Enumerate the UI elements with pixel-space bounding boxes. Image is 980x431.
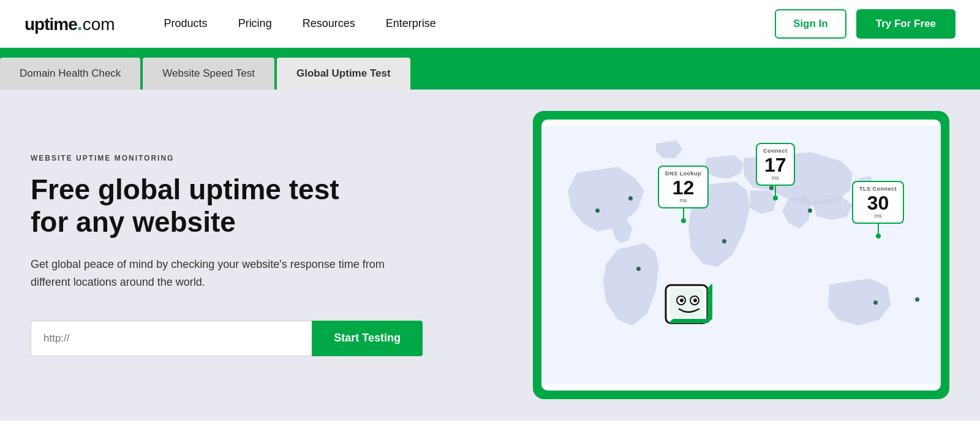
map-dot-1 — [595, 208, 600, 213]
right-panel: DNS Lookup 12 ms Connect 17 ms TLS Conne… — [502, 90, 980, 421]
main-heading: Free global uptime test for any website — [31, 174, 472, 238]
nav-resources[interactable]: Resources — [290, 12, 368, 35]
illustration-inner: DNS Lookup 12 ms Connect 17 ms TLS Conne… — [541, 120, 941, 391]
tls-unit: ms — [875, 213, 882, 219]
main-description: Get global peace of mind by checking you… — [31, 256, 386, 291]
section-label: WEBSITE UPTIME MONITORING — [31, 154, 472, 162]
connect-label: Connect — [763, 148, 788, 154]
map-dot-south-america — [636, 267, 641, 271]
dns-label: DNS Lookup — [665, 170, 701, 177]
connect-unit: ms — [772, 175, 779, 181]
input-row: Start Testing — [31, 321, 423, 356]
tls-value: 30 — [867, 193, 889, 213]
svg-point-6 — [693, 299, 697, 302]
metric-card-tls: TLS Connect 30 ms — [852, 181, 904, 224]
map-dot-europe — [769, 186, 774, 190]
tab-uptime-test[interactable]: Global Uptime Test — [277, 58, 410, 90]
world-map-svg — [541, 120, 941, 391]
start-testing-button[interactable]: Start Testing — [312, 321, 423, 356]
connect-value: 17 — [764, 155, 786, 175]
tls-label: TLS Connect — [859, 186, 897, 192]
map-dot-2 — [628, 196, 633, 200]
illustration-outer: DNS Lookup 12 ms Connect 17 ms TLS Conne… — [533, 111, 949, 399]
signin-button[interactable]: Sign In — [775, 9, 846, 39]
logo-dot: . — [77, 12, 83, 35]
nav-enterprise[interactable]: Enterprise — [374, 12, 448, 35]
url-input[interactable] — [31, 321, 312, 356]
map-dot-india — [808, 208, 812, 213]
header-actions: Sign In Try For Free — [775, 9, 956, 39]
nav-products[interactable]: Products — [152, 12, 220, 35]
dns-value: 12 — [673, 178, 695, 197]
metric-card-connect: Connect 17 ms — [756, 143, 795, 186]
header: uptime.com Products Pricing Resources En… — [0, 0, 980, 48]
tab-domain-health[interactable]: Domain Health Check — [0, 58, 140, 90]
robot-logo — [661, 276, 717, 332]
nav: Products Pricing Resources Enterprise — [152, 12, 775, 35]
map-dot-east — [915, 297, 919, 302]
dns-unit: ms — [680, 197, 687, 204]
logo[interactable]: uptime.com — [24, 12, 115, 35]
map-dot-africa — [722, 239, 726, 243]
tabs-bar: Domain Health Check Website Speed Test G… — [0, 48, 980, 90]
map-dot-australia — [873, 300, 878, 305]
main-content: WEBSITE UPTIME MONITORING Free global up… — [0, 90, 980, 421]
left-panel: WEBSITE UPTIME MONITORING Free global up… — [0, 90, 502, 421]
logo-com: com — [83, 15, 115, 34]
nav-pricing[interactable]: Pricing — [226, 12, 284, 35]
tab-speed-test[interactable]: Website Speed Test — [143, 58, 274, 90]
try-button[interactable]: Try For Free — [856, 9, 956, 39]
svg-point-5 — [680, 299, 684, 302]
logo-uptime: uptime — [24, 15, 77, 34]
metric-card-dns: DNS Lookup 12 ms — [658, 166, 709, 208]
